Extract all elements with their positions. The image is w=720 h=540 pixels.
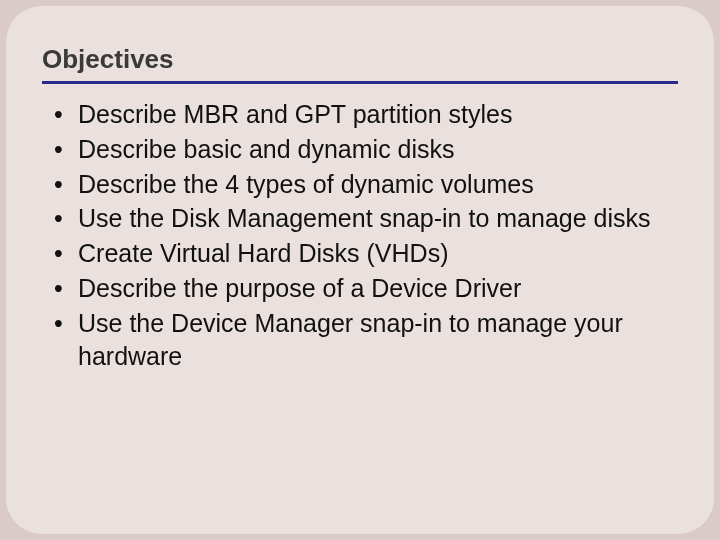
list-item: Use the Disk Management snap-in to manag… [48, 202, 678, 236]
list-item: Describe the 4 types of dynamic volumes [48, 168, 678, 202]
objectives-list: Describe MBR and GPT partition styles De… [42, 98, 678, 374]
page-title: Objectives [42, 44, 678, 75]
list-item: Describe basic and dynamic disks [48, 133, 678, 167]
list-item: Describe MBR and GPT partition styles [48, 98, 678, 132]
list-item: Create Virtual Hard Disks (VHDs) [48, 237, 678, 271]
title-underline [42, 81, 678, 84]
slide: Objectives Describe MBR and GPT partitio… [6, 6, 714, 534]
list-item: Use the Device Manager snap-in to manage… [48, 307, 678, 375]
list-item: Describe the purpose of a Device Driver [48, 272, 678, 306]
